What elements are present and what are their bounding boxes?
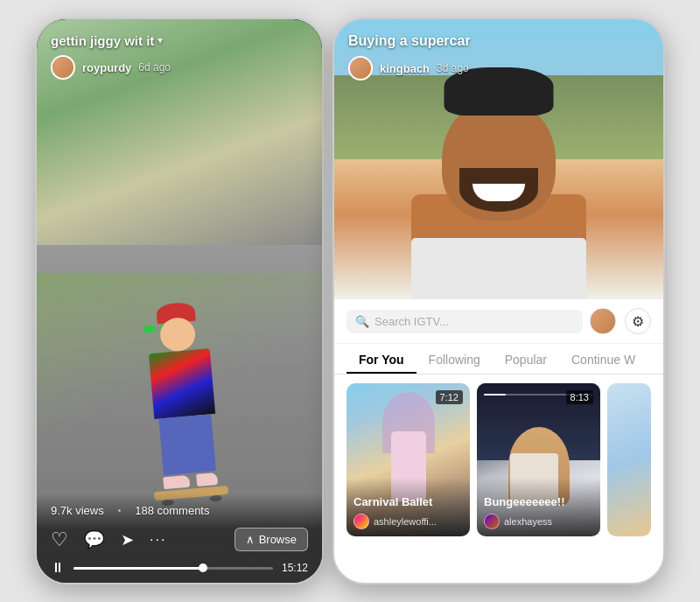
tab-following[interactable]: Following (416, 344, 493, 374)
cards-grid: 7:12 Carnival Ballet ashleylewoffi... (334, 374, 663, 545)
video-title-text: gettin jiggy wit it (51, 33, 154, 48)
chevron-down-icon: ▾ (158, 35, 163, 46)
video-background-left: gettin jiggy wit it ▾ roypurdy 6d ago 9.… (37, 19, 322, 583)
card-1-title: Carnival Ballet (354, 495, 463, 509)
igtv-title: Buying a supercar (348, 33, 649, 49)
user-avatar-icon[interactable] (590, 308, 616, 334)
video-title: gettin jiggy wit it ▾ (51, 33, 308, 48)
card-2-title: Bungeeeeeee!! (484, 495, 593, 509)
video-card-3-partial[interactable] (607, 383, 651, 536)
card-1-username: ashleylewoffi... (374, 516, 437, 527)
card-2-avatar (484, 514, 500, 529)
actions-row: ♡ 💬 ➤ ··· ∧ Browse (51, 528, 308, 551)
tab-for-you[interactable]: For You (346, 344, 416, 374)
progress-row: ⏸ 15:12 (51, 560, 308, 576)
share-icon[interactable]: ➤ (121, 530, 134, 550)
search-bar: 🔍 Search IGTV... ⚙ (334, 299, 663, 344)
card-2-duration: 8:13 (566, 390, 593, 404)
views-count: 9.7k views (51, 504, 104, 517)
left-bottom-overlay: 9.7k views • 188 comments ♡ 💬 ➤ ··· ∧ Br… (37, 494, 322, 583)
card-1-avatar (354, 514, 369, 529)
tab-continue[interactable]: Continue W (559, 344, 648, 374)
separator: • (118, 506, 122, 515)
card-1-bottom: Carnival Ballet ashleylewoffi... (346, 478, 470, 536)
video-card-2[interactable]: 8:13 Bungeeeeeee!! alexhayess (477, 383, 600, 536)
left-top-overlay: gettin jiggy wit it ▾ roypurdy 6d ago (51, 33, 308, 80)
avatar[interactable] (51, 55, 75, 80)
left-phone: gettin jiggy wit it ▾ roypurdy 6d ago 9.… (35, 18, 324, 584)
igtv-avatar[interactable] (348, 56, 373, 80)
search-icon: 🔍 (355, 315, 369, 328)
card-2-bottom: Bungeeeeeee!! alexhayess (477, 478, 600, 536)
card-1-duration: 7:12 (436, 390, 463, 404)
pause-icon[interactable]: ⏸ (51, 560, 65, 576)
card-2-username: alexhayess (504, 516, 552, 527)
tabs-row: For You Following Popular Continue W (334, 344, 663, 374)
search-input-wrap[interactable]: 🔍 Search IGTV... (346, 310, 583, 333)
duration: 15:12 (282, 562, 308, 574)
comment-icon[interactable]: 💬 (84, 529, 105, 550)
more-icon[interactable]: ··· (150, 532, 166, 548)
browse-label: Browse (259, 533, 297, 546)
time-ago: 6d ago (138, 61, 171, 74)
stats-row: 9.7k views • 188 comments (51, 504, 308, 517)
user-row: roypurdy 6d ago (51, 55, 308, 80)
settings-icon[interactable]: ⚙ (625, 308, 651, 334)
igtv-action-icons: ⚙ (590, 308, 651, 334)
browse-button[interactable]: ∧ Browse (234, 528, 308, 551)
like-icon[interactable]: ♡ (51, 528, 68, 551)
browse-icon: ∧ (246, 533, 255, 546)
video-card-1[interactable]: 7:12 Carnival Ballet ashleylewoffi... (346, 383, 470, 536)
progress-handle[interactable] (199, 564, 207, 572)
right-phone: Buying a supercar kingbach 3d ago 🔍 Sear… (332, 18, 665, 584)
igtv-time-ago: 3d ago (437, 62, 469, 74)
igtv-user-row: kingbach 3d ago (348, 56, 649, 80)
igtv-username[interactable]: kingbach (380, 62, 430, 75)
comments-count: 188 comments (135, 504, 209, 517)
progress-bar[interactable] (74, 567, 273, 570)
progress-fill (74, 567, 203, 570)
search-placeholder: Search IGTV... (374, 315, 449, 328)
action-icons: ♡ 💬 ➤ ··· (51, 528, 166, 551)
username[interactable]: roypurdy (82, 61, 131, 74)
igtv-top-info: Buying a supercar kingbach 3d ago (348, 33, 649, 80)
tab-popular[interactable]: Popular (493, 344, 559, 374)
igtv-top-video: Buying a supercar kingbach 3d ago (334, 19, 663, 299)
card-2-user-row: alexhayess (484, 514, 593, 529)
card-1-user-row: ashleylewoffi... (354, 514, 463, 529)
card-2-progress-fill (484, 394, 506, 396)
